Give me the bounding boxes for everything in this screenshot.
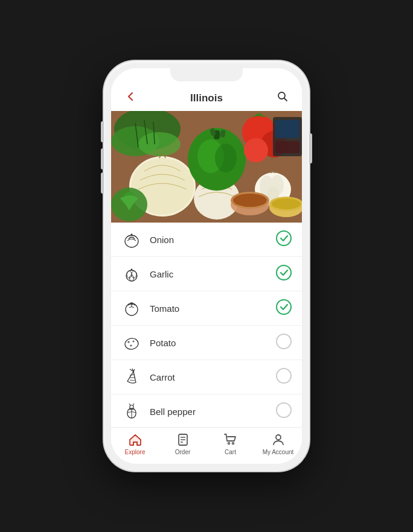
- potato-label: Potato: [150, 338, 275, 348]
- svg-point-43: [277, 265, 291, 280]
- order-icon: [176, 432, 190, 447]
- svg-point-0: [278, 92, 285, 99]
- list-item-onion[interactable]: Onion: [111, 223, 302, 257]
- tomato-icon: [121, 297, 142, 319]
- svg-point-58: [277, 369, 291, 383]
- header: Illinois: [111, 86, 302, 111]
- svg-point-16: [215, 144, 237, 173]
- phone-frame: Illinois: [104, 61, 309, 471]
- carrot-checkbox[interactable]: [275, 367, 292, 387]
- garlic-checkbox[interactable]: [275, 264, 292, 283]
- home-icon: [128, 432, 142, 447]
- bell-pepper-icon: [121, 401, 142, 422]
- carrot-label: Carrot: [150, 372, 275, 382]
- nav-order[interactable]: Order: [159, 432, 206, 455]
- hero-image: [111, 111, 302, 223]
- svg-point-79: [276, 435, 281, 440]
- list-item-tomato[interactable]: Tomato: [111, 291, 302, 326]
- account-icon: [271, 432, 286, 447]
- search-button[interactable]: [274, 90, 291, 106]
- tomato-checkbox[interactable]: [275, 299, 292, 318]
- svg-point-32: [272, 198, 301, 209]
- svg-point-46: [277, 300, 291, 314]
- svg-line-62: [129, 404, 130, 405]
- svg-point-22: [244, 138, 268, 162]
- onion-icon: [121, 229, 142, 250]
- svg-point-29: [233, 194, 267, 207]
- svg-rect-34: [275, 120, 299, 138]
- svg-point-77: [228, 443, 229, 445]
- back-button[interactable]: [122, 90, 139, 106]
- nav-account[interactable]: My Account: [254, 432, 302, 455]
- svg-line-63: [133, 404, 134, 405]
- carrot-icon: [121, 366, 142, 388]
- nav-account-label: My Account: [263, 449, 294, 455]
- garlic-icon: [121, 263, 142, 285]
- nav-explore-label: Explore: [125, 449, 146, 455]
- list-item-potato[interactable]: Potato: [111, 326, 302, 360]
- list-item-bell-pepper[interactable]: Bell pepper: [111, 394, 302, 427]
- phone-screen: Illinois: [111, 68, 302, 464]
- bottom-nav: Explore Order: [111, 427, 302, 464]
- bell-pepper-label: Bell pepper: [150, 407, 275, 417]
- garlic-label: Garlic: [150, 269, 275, 279]
- page-title: Illinois: [190, 92, 223, 104]
- onion-label: Onion: [150, 235, 275, 245]
- onion-checkbox[interactable]: [275, 230, 292, 249]
- svg-point-48: [128, 341, 129, 343]
- nav-explore[interactable]: Explore: [111, 432, 159, 455]
- potato-icon: [121, 332, 142, 353]
- svg-point-50: [130, 345, 132, 346]
- svg-point-51: [277, 334, 291, 349]
- list-item-garlic[interactable]: Garlic: [111, 257, 302, 291]
- nav-cart[interactable]: Cart: [206, 432, 254, 455]
- svg-point-7: [138, 132, 181, 156]
- nav-order-label: Order: [175, 449, 191, 455]
- svg-point-64: [277, 403, 291, 417]
- tomato-label: Tomato: [150, 303, 275, 314]
- list-item-carrot[interactable]: Carrot: [111, 360, 302, 394]
- svg-rect-35: [275, 141, 299, 153]
- notch: [170, 68, 243, 81]
- bell-pepper-checkbox[interactable]: [275, 402, 292, 421]
- svg-point-40: [127, 271, 132, 278]
- svg-point-49: [133, 341, 134, 342]
- svg-line-57: [130, 380, 135, 381]
- nav-cart-label: Cart: [225, 449, 236, 455]
- svg-point-78: [232, 443, 234, 445]
- svg-point-47: [124, 337, 139, 350]
- cart-icon: [223, 432, 238, 447]
- item-list: Onion Garlic Tomato Potato: [111, 223, 302, 427]
- svg-point-41: [132, 271, 136, 278]
- potato-checkbox[interactable]: [275, 333, 292, 352]
- svg-point-38: [277, 231, 291, 245]
